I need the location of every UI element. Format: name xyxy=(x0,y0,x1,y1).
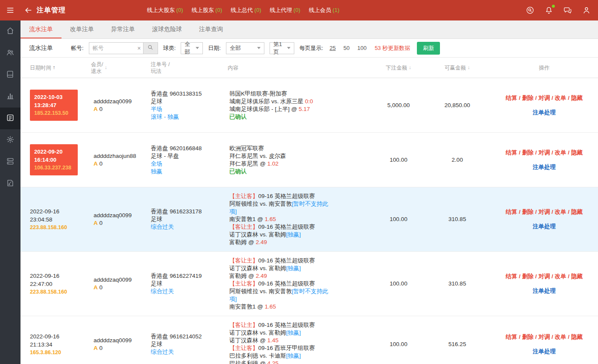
column-header[interactable]: 日期时间 ↑ xyxy=(21,64,91,71)
date-select[interactable]: 全部 xyxy=(226,42,264,54)
sport-type: 足球 xyxy=(151,98,228,105)
cell-datetime: 2022-09-1622:47:00223.88.158.160 xyxy=(21,272,91,296)
cell-actions: 结算 / 删除 / 对调 / 改单 / 隐藏注单处理 xyxy=(490,333,598,355)
tab-abnormal-orders[interactable]: 异常注单 xyxy=(103,20,144,38)
action-settle[interactable]: 结算 xyxy=(506,273,517,280)
content-line: 【主让客】09-16 英格兰超级联赛 xyxy=(229,192,334,200)
tab-rolling-danger[interactable]: 滚球危险球 xyxy=(144,20,191,38)
action-hide[interactable]: 隐藏 xyxy=(571,95,583,101)
play-type-link[interactable]: 滚球 - 独赢 xyxy=(151,113,228,121)
bet-number: 香港盘 9603138315 xyxy=(151,90,228,98)
back-icon[interactable] xyxy=(21,0,36,20)
bell-icon[interactable] xyxy=(544,6,554,15)
bet-time: 23:04:58 xyxy=(30,215,91,224)
cell-datetime: 2022-09-2016:14:00106.33.237.238 xyxy=(21,144,91,175)
action-settle[interactable]: 结算 xyxy=(506,209,517,215)
tab-flow-orders[interactable]: 流水注单 xyxy=(21,20,62,38)
menu-icon[interactable] xyxy=(0,0,21,20)
sidebar-item[interactable] xyxy=(0,20,21,42)
date-text: 2022-09-1622:47:00223.88.158.160 xyxy=(30,272,91,296)
action-swap[interactable]: 对调 xyxy=(539,149,550,156)
action-modify[interactable]: 改单 xyxy=(555,209,566,215)
action-hide[interactable]: 隐藏 xyxy=(571,149,583,156)
content-text: 09-16 英格兰超级联赛 xyxy=(258,257,315,264)
sidebar-item[interactable] xyxy=(0,173,21,195)
topbar-link[interactable]: 线上股东 (0) xyxy=(192,6,223,14)
user-icon[interactable] xyxy=(582,6,591,15)
play-type-link[interactable]: 独赢 xyxy=(151,168,228,175)
action-modify[interactable]: 改单 xyxy=(555,273,566,280)
sidebar-item[interactable] xyxy=(0,86,21,108)
handicap-tag: 【客让主】 xyxy=(229,224,258,230)
action-swap[interactable]: 对调 xyxy=(539,334,550,340)
action-separator: / xyxy=(517,209,522,215)
action-separator: / xyxy=(550,209,555,215)
action-process[interactable]: 注单处理 xyxy=(490,223,598,230)
content-text: 阿斯顿维拉 vs. 南安普敦 xyxy=(229,201,292,207)
ip-address: 223.88.158.160 xyxy=(30,288,91,296)
action-delete[interactable]: 删除 xyxy=(522,95,534,101)
action-settle[interactable]: 结算 xyxy=(506,95,517,101)
tab-modified-orders[interactable]: 改单注单 xyxy=(62,20,103,38)
content-text: 诺丁汉森林 vs. 富勒姆 xyxy=(229,265,286,271)
sidebar-item[interactable] xyxy=(0,151,21,173)
action-swap[interactable]: 对调 xyxy=(539,95,550,101)
tab-order-query[interactable]: 注单查询 xyxy=(191,20,232,38)
topbar-link[interactable]: 线上代理 (0) xyxy=(270,6,301,14)
sort-asc-icon[interactable]: ↑ xyxy=(51,64,55,70)
action-hide[interactable]: 隐藏 xyxy=(571,334,583,340)
action-modify[interactable]: 改单 xyxy=(555,334,566,340)
topbar-link[interactable]: 线上会员 (1) xyxy=(309,6,340,14)
action-process[interactable]: 注单处理 xyxy=(490,163,598,171)
per-page-option-25[interactable]: 25 xyxy=(330,45,336,51)
messages-icon[interactable] xyxy=(563,6,572,15)
sidebar-item[interactable] xyxy=(0,64,21,86)
action-separator: / xyxy=(566,149,571,156)
action-process[interactable]: 注单处理 xyxy=(490,109,598,116)
action-process[interactable]: 注单处理 xyxy=(490,287,598,295)
column-header[interactable]: 会员/ 退水 ↓ xyxy=(91,61,151,75)
per-page-option-100[interactable]: 100 xyxy=(357,45,366,51)
clear-icon[interactable]: × xyxy=(137,45,141,51)
action-settle[interactable]: 结算 xyxy=(506,149,517,156)
play-type-link[interactable]: 综合过关 xyxy=(151,288,228,295)
odds-value: 0:0 xyxy=(305,98,313,105)
sidebar-item[interactable] xyxy=(0,42,21,64)
play-type-link[interactable]: 半场 xyxy=(151,105,228,113)
page-select[interactable]: 第1页 xyxy=(270,42,294,54)
sort-desc-icon[interactable]: ↓ xyxy=(466,64,470,70)
action-delete[interactable]: 删除 xyxy=(522,334,534,340)
action-swap[interactable]: 对调 xyxy=(539,209,550,215)
sidebar-item[interactable] xyxy=(0,129,21,151)
account-input-group: × xyxy=(89,42,158,54)
search-circle-icon[interactable] xyxy=(525,6,535,15)
action-delete[interactable]: 删除 xyxy=(522,149,534,156)
search-button[interactable] xyxy=(144,42,158,54)
account-input[interactable] xyxy=(89,42,144,54)
column-header[interactable]: 可赢金额 ↓ xyxy=(424,64,490,71)
market-tag: [独赢] xyxy=(286,329,301,336)
sidebar-item[interactable] xyxy=(0,108,21,129)
play-type-link[interactable]: 综合过关 xyxy=(151,348,228,356)
action-process[interactable]: 注单处理 xyxy=(490,348,598,355)
column-header[interactable]: 下注金额 ↓ xyxy=(373,64,424,71)
action-settle[interactable]: 结算 xyxy=(506,334,517,340)
action-hide[interactable]: 隐藏 xyxy=(571,273,583,280)
table-row: 2022-09-1622:47:00223.88.158.160addddzaq… xyxy=(21,252,598,316)
ball-type-select[interactable]: 全部 xyxy=(181,42,203,54)
topbar-link[interactable]: 线上大股东 (0) xyxy=(147,6,183,14)
play-type-link[interactable]: 全场 xyxy=(151,160,228,168)
play-type-link[interactable]: 综合过关 xyxy=(151,223,228,231)
sort-desc-icon[interactable]: ↓ xyxy=(407,64,411,70)
action-modify[interactable]: 改单 xyxy=(555,149,566,156)
action-hide[interactable]: 隐藏 xyxy=(571,209,583,215)
action-modify[interactable]: 改单 xyxy=(555,95,566,101)
table-body: 2022-10-0313:28:47185.22.153.50addddzaq0… xyxy=(21,78,598,364)
refresh-button[interactable]: 刷新 xyxy=(417,42,440,55)
action-delete[interactable]: 删除 xyxy=(522,209,534,215)
per-page-option-50[interactable]: 50 xyxy=(343,45,349,51)
action-delete[interactable]: 删除 xyxy=(522,273,534,280)
action-swap[interactable]: 对调 xyxy=(539,273,550,280)
topbar-link[interactable]: 线上总代 (0) xyxy=(231,6,261,14)
sort-desc-icon[interactable]: ↓ xyxy=(103,64,107,70)
